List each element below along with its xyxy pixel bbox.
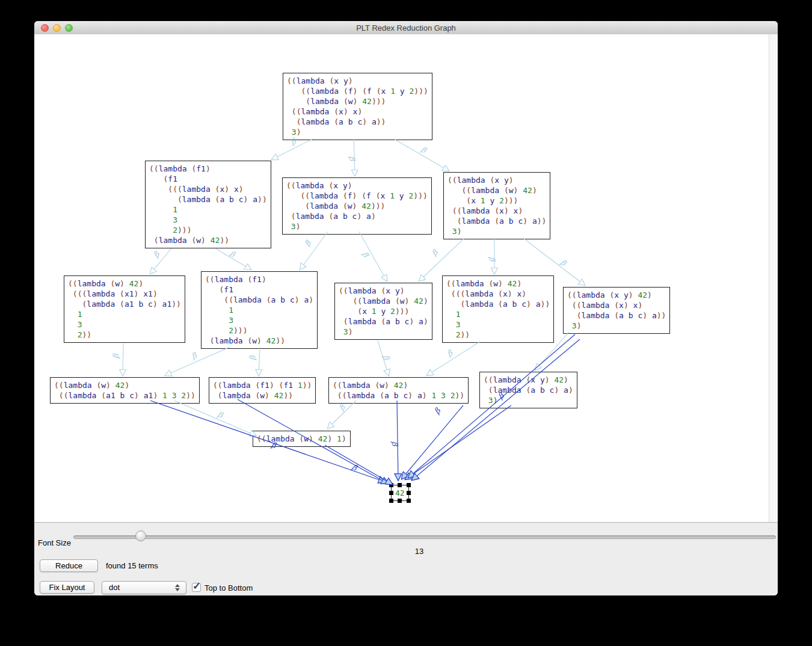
window-title: PLT Redex Reduction Graph: [34, 23, 778, 32]
graph-node[interactable]: ((lambda (x y) 42) (lambda (a b c) a) 3): [479, 372, 577, 408]
selection-handle[interactable]: [407, 499, 411, 503]
graph-node[interactable]: ((lambda (w) 42) ((lambda (a b c) a) 1 3…: [328, 377, 469, 404]
status-text: found 15 terms: [106, 561, 158, 570]
graph-node[interactable]: ((lambda (w) 42) ((lambda (a1 b c) a1) 1…: [50, 377, 200, 404]
lambda-term: ((lambda (x y) 42) ((lambda (x) x) (lamb…: [567, 290, 666, 331]
selection-handle[interactable]: [398, 499, 402, 503]
lambda-term: ((lambda (w) 42) 1): [257, 434, 346, 444]
graph-node[interactable]: ((lambda (w) 42) 1): [253, 431, 351, 447]
graph-node[interactable]: ((lambda (f1) (f1 ((lambda (a b c) a) 1 …: [201, 271, 318, 349]
graph-node[interactable]: ((lambda (x y) ((lambda (f) (f (x 1 y 2)…: [282, 177, 432, 235]
stepper-icon: [175, 583, 180, 592]
lambda-term: ((lambda (f1) (f1 (((lambda (x) x) (lamb…: [149, 164, 267, 245]
font-size-label: Font Size: [38, 538, 71, 547]
selection-handle[interactable]: [398, 483, 402, 487]
top-to-bottom-checkbox[interactable]: ✓: [192, 583, 201, 592]
lambda-term: 42: [395, 488, 405, 498]
lambda-term: ((lambda (w) 42) (((lambda (x1) x1) (lam…: [68, 278, 181, 340]
checkmark-icon: ✓: [192, 580, 201, 592]
graph-node[interactable]: ((lambda (f1) (f1 (((lambda (x) x) (lamb…: [145, 161, 271, 248]
reduce-button[interactable]: Reduce: [40, 559, 98, 572]
graph-node[interactable]: ((lambda (x y) ((lambda (w) 42) (x 1 y 2…: [334, 283, 432, 340]
graph-node[interactable]: ((lambda (x y) ((lambda (w) 42) (x 1 y 2…: [443, 172, 550, 239]
lambda-term: ((lambda (f1) (f1 1)) (lambda (w) 42)): [213, 380, 312, 401]
font-size-slider[interactable]: [73, 535, 776, 539]
lambda-term: ((lambda (x y) ((lambda (w) 42) (x 1 y 2…: [339, 286, 428, 337]
chevron-down-icon: [175, 588, 180, 591]
graph-node[interactable]: ((lambda (w) 42) (((lambda (x1) x1) (lam…: [64, 275, 185, 343]
layout-select[interactable]: dot: [102, 581, 186, 594]
titlebar[interactable]: PLT Redex Reduction Graph: [34, 21, 778, 35]
graph-node[interactable]: ((lambda (w) 42) (((lambda (x) x) (lambd…: [442, 275, 554, 343]
selection-handle[interactable]: [407, 491, 411, 495]
selection-handle[interactable]: [389, 491, 393, 495]
graph-node[interactable]: ((lambda (f1) (f1 1)) (lambda (w) 42)): [209, 377, 316, 404]
lambda-term: ((lambda (x y) ((lambda (f) (f (x 1 y 2)…: [287, 76, 428, 137]
selection-handle[interactable]: [389, 499, 393, 503]
screen: PLT Redex Reduction Graph Font Size 13 R…: [0, 0, 812, 646]
lambda-term: ((lambda (w) 42) ((lambda (a1 b c) a1) 1…: [54, 380, 195, 401]
lambda-term: ((lambda (w) 42) ((lambda (a b c) a) 1 3…: [333, 380, 464, 401]
graph-node[interactable]: ((lambda (x y) ((lambda (f) (f (x 1 y 2)…: [283, 73, 432, 140]
graph-node[interactable]: ((lambda (x y) 42) ((lambda (x) x) (lamb…: [563, 287, 670, 334]
selection-handle[interactable]: [389, 483, 393, 487]
graph-node-selected[interactable]: 42: [391, 485, 409, 501]
fix-layout-button[interactable]: Fix Layout: [40, 581, 94, 594]
lambda-term: ((lambda (w) 42) (((lambda (x) x) (lambd…: [446, 278, 550, 340]
font-size-slider-thumb[interactable]: [135, 531, 146, 541]
lambda-term: ((lambda (f1) (f1 ((lambda (a b c) a) 1 …: [205, 274, 313, 346]
lambda-term: ((lambda (x y) 42) (lambda (a b c) a) 3): [484, 375, 573, 405]
control-panel: Font Size 13 Reduce found 15 terms Fix L…: [34, 522, 778, 595]
lambda-term: ((lambda (x y) ((lambda (w) 42) (x 1 y 2…: [448, 175, 546, 236]
layout-select-value: dot: [109, 583, 120, 592]
font-size-value: 13: [401, 547, 437, 556]
lambda-term: ((lambda (x y) ((lambda (f) (f (x 1 y 2)…: [286, 180, 428, 232]
chevron-up-icon: [175, 584, 180, 587]
vertical-scrollbar[interactable]: [769, 34, 778, 522]
selection-handle[interactable]: [407, 483, 411, 487]
top-to-bottom-label: Top to Bottom: [205, 583, 253, 592]
